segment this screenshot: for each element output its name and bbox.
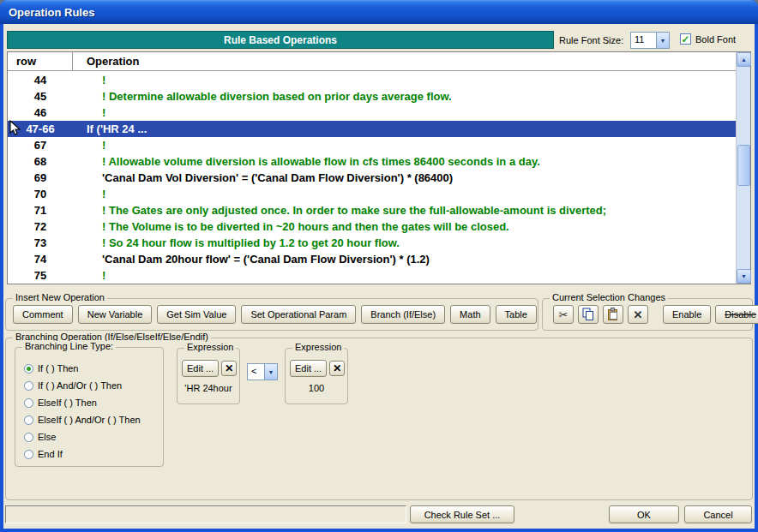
paste-button[interactable]: [603, 305, 623, 324]
expression-right-value: 100: [286, 383, 347, 393]
clear-right-expression-button[interactable]: ✕: [329, 361, 345, 376]
table-row[interactable]: 44!: [8, 72, 736, 88]
radio-elseif-and-or-then[interactable]: ElseIf ( ) And/Or ( ) Then: [24, 411, 158, 428]
clear-left-expression-button[interactable]: ✕: [221, 361, 237, 376]
branching-operation-group: Branching Operation (If/Else/ElseIf/Else…: [5, 338, 753, 500]
table-row[interactable]: 70!: [8, 186, 736, 202]
operation-text: If ('HR 24 ...: [73, 121, 147, 137]
comparison-operator-select[interactable]: < ▼: [247, 363, 278, 380]
row-number: 72: [8, 218, 73, 235]
radio-elseif-then[interactable]: ElseIf ( ) Then: [24, 394, 158, 411]
delete-button[interactable]: ✕: [628, 305, 648, 324]
rule-font-size-label: Rule Font Size:: [559, 35, 623, 45]
radio-if-then[interactable]: If ( ) Then: [24, 360, 158, 377]
ok-button[interactable]: OK: [609, 505, 679, 523]
table-row[interactable]: 72! The Volume is to be diverted in ~20 …: [8, 218, 736, 235]
dialog-content: Rule Based Operations Rule Font Size: 11…: [3, 24, 755, 529]
table-row[interactable]: 46!: [8, 105, 736, 121]
row-number: 67: [8, 137, 73, 153]
copy-button[interactable]: [578, 305, 599, 324]
radio-else[interactable]: Else: [24, 428, 158, 445]
radio-icon: [24, 364, 33, 374]
column-header-row: row: [8, 52, 73, 70]
radio-label: Else: [38, 432, 56, 442]
expression-left-controls: Edit ... ✕: [177, 349, 239, 377]
operation-text: ! The Gates are only adjusted once. In o…: [73, 202, 606, 218]
table-row[interactable]: 45! Determine allowable diversion based …: [8, 88, 736, 105]
scroll-down-button[interactable]: ▼: [737, 269, 751, 284]
rule-font-size-select[interactable]: 11 ▼: [630, 32, 670, 49]
radio-end-if[interactable]: End If: [24, 445, 158, 463]
operation-text: !: [73, 137, 105, 153]
expression-left-group: Expression Edit ... ✕ 'HR 24hour: [177, 348, 240, 404]
vertical-scrollbar[interactable]: ▲ ▼: [736, 52, 750, 284]
check-rule-set-button[interactable]: Check Rule Set ...: [410, 505, 514, 523]
insert-new-variable-button[interactable]: New Variable: [78, 305, 153, 324]
operation-text: ! Allowable volume diversion is allowabl…: [73, 153, 540, 170]
paste-icon: [606, 308, 620, 321]
chevron-down-icon: ▼: [656, 33, 669, 48]
grid-body: 44!45! Determine allowable diversion bas…: [8, 72, 736, 284]
radio-icon: [24, 415, 33, 425]
table-row[interactable]: 71! The Gates are only adjusted once. In…: [8, 202, 736, 218]
row-number: 45: [8, 88, 73, 105]
insert-branch-if-else-button[interactable]: Branch (If/Else): [361, 305, 445, 324]
radio-label: ElseIf ( ) And/Or ( ) Then: [38, 415, 141, 425]
window-title: Operation Rules: [9, 6, 94, 19]
cut-button[interactable]: ✂: [553, 305, 574, 324]
rule-font-size-value: 11: [631, 33, 656, 48]
expression-left-label: Expression: [184, 342, 236, 352]
radio-if-and-or-then[interactable]: If ( ) And/Or ( ) Then: [24, 377, 158, 394]
operation-text: !: [73, 72, 105, 88]
insert-table-button[interactable]: Table: [496, 305, 537, 324]
branching-line-type-label: Branching Line Type:: [22, 341, 116, 351]
enable-button[interactable]: Enable: [663, 305, 711, 324]
row-number: 74: [8, 251, 73, 267]
table-header: row Operation: [8, 52, 750, 71]
row-number: 46: [8, 105, 73, 121]
banner-label: Rule Based Operations: [224, 34, 337, 46]
table-row[interactable]: 68! Allowable volume diversion is allowa…: [8, 153, 736, 170]
table-row[interactable]: 47-66If ('HR 24 ...: [8, 121, 736, 137]
bold-font-option[interactable]: ✓ Bold Font: [680, 33, 736, 45]
table-row[interactable]: 73! So 24 hour flow is multiplied by 1.2…: [8, 235, 736, 251]
scrollbar-thumb[interactable]: [737, 145, 750, 186]
insert-set-operational-param-button[interactable]: Set Operational Param: [241, 305, 356, 324]
expression-right-label: Expression: [292, 342, 344, 352]
operation-text: 'Canal Dam 20hour flow' = ('Canal Dam Fl…: [73, 251, 430, 267]
radio-label: ElseIf ( ) Then: [38, 398, 97, 408]
titlebar[interactable]: Operation Rules: [0, 0, 758, 24]
comparison-operator-value: <: [248, 364, 264, 380]
table-row[interactable]: 69'Canal Dam Vol Diversion' = ('Canal Da…: [8, 170, 736, 186]
cancel-button[interactable]: Cancel: [684, 505, 752, 523]
edit-right-expression-button[interactable]: Edit ...: [290, 360, 327, 377]
radio-icon: [24, 398, 33, 408]
scissors-icon: ✂: [559, 309, 568, 320]
row-number: 70: [8, 186, 73, 202]
current-selection-changes-group: Current Selection Changes ✂: [542, 298, 753, 331]
radio-icon: [24, 450, 33, 459]
operation-text: ! Determine allowable diversion based on…: [73, 88, 452, 105]
row-number: 71: [8, 202, 73, 218]
operation-text: ! So 24 hour flow is multiplied by 1.2 t…: [73, 235, 400, 251]
insert-new-operation-label: Insert New Operation: [13, 292, 107, 302]
expression-left-value: 'HR 24hour: [177, 383, 239, 393]
selection-buttons: ✂ ✕ Enable: [553, 305, 758, 324]
row-number: 68: [8, 153, 73, 170]
row-number: 69: [8, 170, 73, 186]
insert-math-button[interactable]: Math: [450, 305, 490, 324]
table-row[interactable]: 74'Canal Dam 20hour flow' = ('Canal Dam …: [8, 251, 736, 267]
table-row[interactable]: 75!: [8, 267, 736, 284]
insert-buttons: CommentNew VariableGet Sim ValueSet Oper…: [13, 305, 537, 324]
rules-table: row Operation 44!45! Determine allowable…: [7, 51, 751, 284]
bold-font-check-mark[interactable]: ✓: [680, 33, 691, 45]
insert-get-sim-value-button[interactable]: Get Sim Value: [157, 305, 236, 324]
table-row[interactable]: 67!: [8, 137, 736, 153]
disable-button[interactable]: Disable: [715, 305, 758, 324]
edit-left-expression-button[interactable]: Edit ...: [182, 360, 219, 377]
insert-comment-button[interactable]: Comment: [13, 305, 73, 324]
branching-line-type-group: Branching Line Type: If ( ) ThenIf ( ) A…: [15, 347, 164, 467]
radio-label: If ( ) Then: [38, 363, 78, 374]
operation-text: 'Canal Dam Vol Diversion' = ('Canal Dam …: [73, 170, 453, 186]
scroll-up-button[interactable]: ▲: [737, 52, 751, 67]
